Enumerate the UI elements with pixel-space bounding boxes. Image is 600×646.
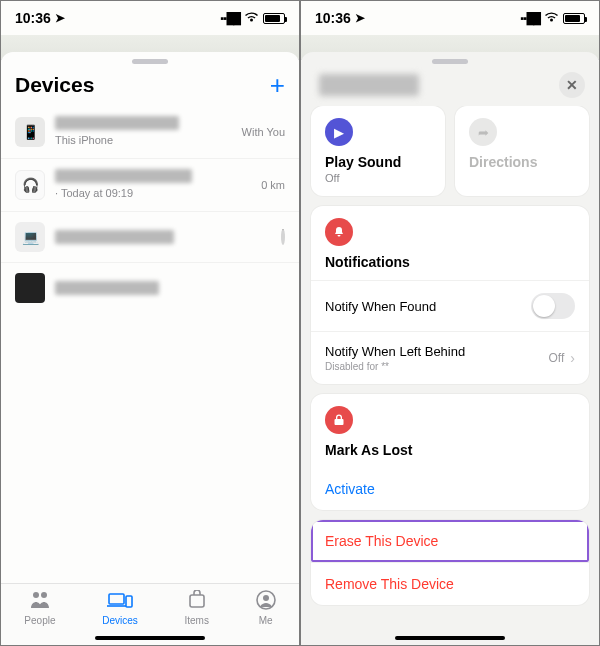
phone-left-screen: 10:36 ➤ ▪▪██ Devices + 📱 This iPhone Wi bbox=[0, 0, 300, 646]
device-name-redacted bbox=[55, 281, 159, 295]
play-sound-card[interactable]: ▶ Play Sound Off bbox=[311, 106, 445, 196]
mark-as-lost-section: Mark As Lost Activate bbox=[311, 394, 589, 510]
notify-found-switch[interactable] bbox=[531, 293, 575, 319]
left-behind-value: Off bbox=[549, 351, 565, 365]
tab-me[interactable]: Me bbox=[256, 590, 276, 626]
status-bar: 10:36 ➤ ▪▪██ bbox=[301, 1, 599, 35]
device-trailing: With You bbox=[242, 126, 285, 138]
airpods-icon: 🎧 bbox=[15, 170, 45, 200]
sheet-grabber[interactable] bbox=[132, 59, 168, 64]
play-sound-title: Play Sound bbox=[325, 154, 431, 170]
remove-device-button[interactable]: Remove This Device bbox=[311, 562, 589, 605]
tab-bar: People Devices Items Me bbox=[1, 583, 299, 645]
device-sub: · Today at 09:19 bbox=[55, 187, 133, 199]
tab-items[interactable]: Items bbox=[184, 590, 208, 626]
notify-when-found-row[interactable]: Notify When Found bbox=[311, 280, 589, 331]
home-indicator[interactable] bbox=[95, 636, 205, 640]
svg-point-0 bbox=[33, 592, 39, 598]
chevron-right-icon: › bbox=[570, 350, 575, 366]
sheet-title: Devices bbox=[15, 73, 94, 97]
directions-icon: ➦ bbox=[469, 118, 497, 146]
add-button[interactable]: + bbox=[270, 72, 285, 98]
play-sound-sub: Off bbox=[325, 172, 431, 184]
left-behind-sub: Disabled for ** bbox=[325, 361, 465, 372]
tab-label: Items bbox=[184, 615, 208, 626]
device-name-redacted bbox=[55, 230, 174, 244]
people-icon bbox=[29, 590, 51, 613]
ipad-icon bbox=[15, 273, 45, 303]
signal-icon: ▪▪██ bbox=[521, 12, 540, 24]
notifications-section: Notifications Notify When Found Notify W… bbox=[311, 206, 589, 384]
svg-point-1 bbox=[41, 592, 47, 598]
items-icon bbox=[187, 590, 207, 613]
activate-link[interactable]: Activate bbox=[311, 468, 589, 510]
device-row[interactable] bbox=[1, 263, 299, 313]
danger-section: Erase This Device Remove This Device bbox=[311, 520, 589, 605]
wifi-icon bbox=[544, 11, 559, 26]
devices-icon bbox=[107, 590, 133, 613]
device-row[interactable]: 💻 bbox=[1, 212, 299, 263]
sheet-grabber[interactable] bbox=[432, 59, 468, 64]
wifi-icon bbox=[244, 11, 259, 26]
phone-right-screen: 10:36 ➤ ▪▪██ ✕ ▶ Play Sound Off bbox=[300, 0, 600, 646]
device-row[interactable]: 📱 This iPhone With You bbox=[1, 106, 299, 159]
tab-label: Me bbox=[259, 615, 273, 626]
iphone-icon: 📱 bbox=[15, 117, 45, 147]
me-icon bbox=[256, 590, 276, 613]
bell-icon bbox=[325, 218, 353, 246]
tab-people[interactable]: People bbox=[24, 590, 55, 626]
device-row[interactable]: 🎧 · Today at 09:19 0 km bbox=[1, 159, 299, 212]
device-name-redacted bbox=[55, 169, 192, 183]
tab-label: People bbox=[24, 615, 55, 626]
location-icon: ➤ bbox=[355, 11, 365, 25]
notifications-header: Notifications bbox=[325, 254, 575, 270]
status-bar: 10:36 ➤ ▪▪██ bbox=[1, 1, 299, 35]
battery-icon bbox=[563, 13, 585, 24]
svg-rect-3 bbox=[126, 596, 132, 607]
device-detail-sheet: ✕ ▶ Play Sound Off ➦ Directions bbox=[301, 52, 599, 645]
battery-icon bbox=[263, 13, 285, 24]
notify-found-label: Notify When Found bbox=[325, 299, 436, 314]
svg-rect-2 bbox=[109, 594, 124, 604]
device-trailing: 0 km bbox=[261, 179, 285, 191]
directions-title: Directions bbox=[469, 154, 575, 170]
device-title-redacted bbox=[319, 74, 419, 96]
lock-icon bbox=[325, 406, 353, 434]
erase-device-button[interactable]: Erase This Device bbox=[311, 520, 589, 562]
left-behind-label: Notify When Left Behind bbox=[325, 344, 465, 359]
svg-rect-4 bbox=[190, 595, 204, 607]
home-indicator[interactable] bbox=[395, 636, 505, 640]
devices-sheet: Devices + 📱 This iPhone With You 🎧 · Tod… bbox=[1, 52, 299, 645]
status-time: 10:36 bbox=[15, 10, 51, 26]
macbook-icon: 💻 bbox=[15, 222, 45, 252]
signal-icon: ▪▪██ bbox=[221, 12, 240, 24]
mark-lost-header: Mark As Lost bbox=[325, 442, 575, 458]
status-time: 10:36 bbox=[315, 10, 351, 26]
device-list: 📱 This iPhone With You 🎧 · Today at 09:1… bbox=[1, 106, 299, 583]
tab-label: Devices bbox=[102, 615, 138, 626]
loading-spinner bbox=[281, 231, 285, 243]
directions-card[interactable]: ➦ Directions bbox=[455, 106, 589, 196]
close-button[interactable]: ✕ bbox=[559, 72, 585, 98]
notify-left-behind-row[interactable]: Notify When Left Behind Disabled for ** … bbox=[311, 331, 589, 384]
device-name-redacted bbox=[55, 116, 179, 130]
tab-devices[interactable]: Devices bbox=[102, 590, 138, 626]
location-icon: ➤ bbox=[55, 11, 65, 25]
device-sub: This iPhone bbox=[55, 134, 113, 146]
play-icon: ▶ bbox=[325, 118, 353, 146]
svg-point-6 bbox=[263, 595, 269, 601]
